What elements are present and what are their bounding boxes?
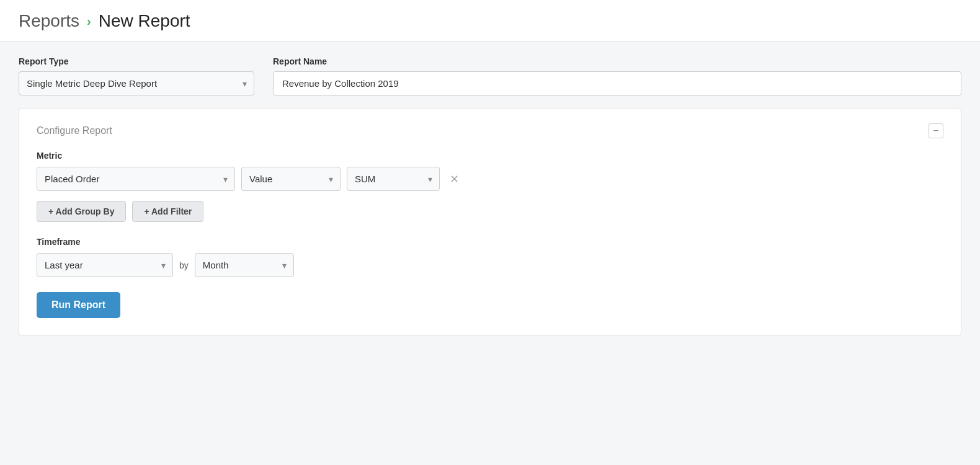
add-group-by-button[interactable]: + Add Group By [37, 201, 126, 222]
top-fields-row: Report Type Single Metric Deep Dive Repo… [19, 56, 961, 95]
breadcrumb-current: New Report [99, 11, 190, 31]
timeframe-label: Timeframe [37, 237, 943, 247]
metric-event-wrapper: Placed Order Viewed Product Added to Car… [37, 167, 235, 191]
report-type-select-wrapper: Single Metric Deep Dive Report Multi Met… [19, 71, 254, 95]
timeframe-row: Last year Last 30 days Last 90 days This… [37, 253, 943, 277]
timeframe-period-select[interactable]: Last year Last 30 days Last 90 days This… [37, 253, 173, 277]
timeframe-granularity-select[interactable]: Month Week Day Quarter Year [195, 253, 294, 277]
metric-agg-wrapper: SUM AVG MIN MAX [347, 167, 440, 191]
metric-label: Metric [37, 151, 943, 161]
timeframe-granularity-wrapper: Month Week Day Quarter Year [195, 253, 294, 277]
collapse-button[interactable]: − [929, 123, 943, 138]
action-buttons-row: + Add Group By + Add Filter [37, 201, 943, 222]
page-header: Reports › New Report [0, 0, 980, 42]
report-type-group: Report Type Single Metric Deep Dive Repo… [19, 56, 254, 95]
configure-title: Configure Report [37, 125, 112, 136]
add-filter-button[interactable]: + Add Filter [132, 201, 203, 222]
report-type-label: Report Type [19, 56, 254, 66]
report-name-group: Report Name [273, 56, 961, 95]
metric-value-wrapper: Value Count Revenue [241, 167, 341, 191]
report-name-label: Report Name [273, 56, 961, 66]
breadcrumb-reports[interactable]: Reports [19, 11, 79, 31]
report-name-input[interactable] [273, 71, 961, 95]
breadcrumb-separator: › [87, 14, 91, 29]
timeframe-period-wrapper: Last year Last 30 days Last 90 days This… [37, 253, 173, 277]
metric-agg-select[interactable]: SUM AVG MIN MAX [347, 167, 440, 191]
report-type-select[interactable]: Single Metric Deep Dive Report Multi Met… [19, 71, 254, 95]
metric-remove-button[interactable]: ✕ [446, 172, 463, 186]
timeframe-by-label: by [179, 260, 189, 270]
metric-event-select[interactable]: Placed Order Viewed Product Added to Car… [37, 167, 235, 191]
configure-report-section: Configure Report − Metric Placed Order V… [19, 108, 961, 336]
configure-header: Configure Report − [37, 123, 943, 138]
run-report-button[interactable]: Run Report [37, 292, 120, 318]
metric-value-select[interactable]: Value Count Revenue [241, 167, 341, 191]
main-content: Report Type Single Metric Deep Dive Repo… [0, 42, 980, 351]
metric-row: Placed Order Viewed Product Added to Car… [37, 167, 943, 191]
